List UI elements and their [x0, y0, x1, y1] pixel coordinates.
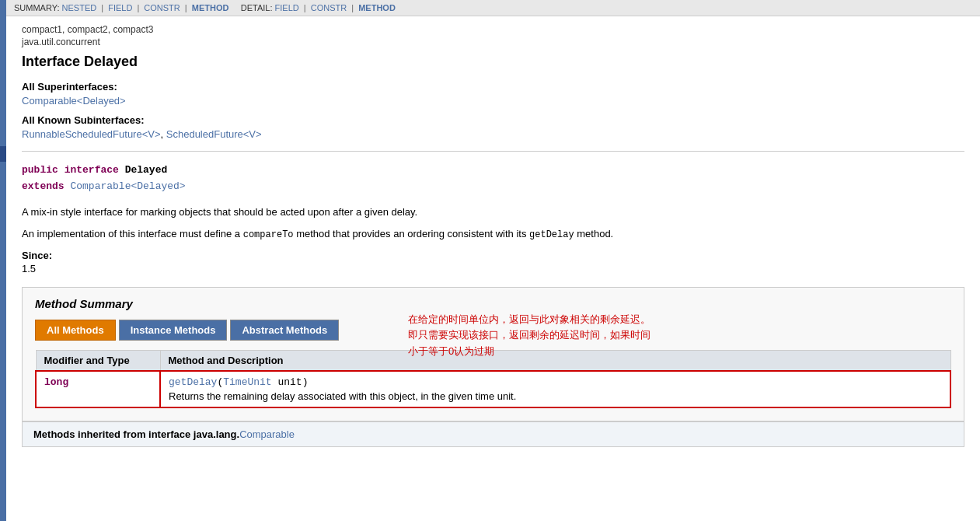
- description-2: An implementation of this interface must…: [22, 226, 964, 243]
- detail-field-link[interactable]: FIELD: [275, 3, 299, 12]
- table-row: long getDelay(TimeUnit unit) Returns the…: [36, 371, 950, 407]
- breadcrumb: compact1, compact2, compact3: [22, 24, 964, 35]
- method-signature: getDelay(TimeUnit unit): [169, 376, 942, 388]
- subinterfaces-links: RunnableScheduledFuture<V>, ScheduledFut…: [22, 128, 262, 140]
- summary-nested-link[interactable]: NESTED: [62, 3, 97, 12]
- summary-method-link[interactable]: METHOD: [192, 3, 229, 12]
- method-tabs-row: All Methods Instance Methods Abstract Me…: [35, 320, 951, 341]
- classname-delayed: Delayed: [125, 164, 168, 176]
- code-declaration: public interface Delayed extends Compara…: [22, 163, 964, 195]
- annotation-line1: 在给定的时间单位内，返回与此对象相关的剩余延迟。: [408, 312, 650, 328]
- inherited-comparable-link[interactable]: Comparable: [239, 428, 295, 440]
- desc2-code1: compareTo: [243, 229, 294, 240]
- detail-constr-link[interactable]: CONSTR: [311, 3, 347, 12]
- summary-constr-link[interactable]: CONSTR: [144, 3, 180, 12]
- summary-label: SUMMARY:: [14, 3, 59, 12]
- tab-instance-methods[interactable]: Instance Methods: [119, 320, 228, 341]
- desc2-code2: getDelay: [529, 229, 574, 240]
- tab-all-methods[interactable]: All Methods: [35, 320, 116, 341]
- inherited-title: Methods inherited from interface java.la…: [33, 428, 239, 440]
- divider: [22, 151, 964, 152]
- col-modifier-type: Modifier and Type: [36, 350, 160, 371]
- param-timeunit-link[interactable]: TimeUnit: [223, 376, 271, 388]
- since-section: Since: 1.5: [22, 250, 964, 274]
- method-cell: getDelay(TimeUnit unit) Returns the rema…: [160, 371, 950, 407]
- package-name: java.util.concurrent: [22, 37, 964, 47]
- method-name-link[interactable]: getDelay: [169, 376, 217, 388]
- subinterface-link-2[interactable]: ScheduledFuture<V>: [166, 128, 262, 140]
- summary-field-link[interactable]: FIELD: [108, 3, 132, 12]
- superinterfaces-link[interactable]: Comparable<Delayed>: [22, 95, 126, 107]
- top-navigation: SUMMARY: NESTED | FIELD | CONSTR | METHO…: [6, 0, 980, 16]
- desc2-prefix: An implementation of this interface must…: [22, 228, 243, 240]
- keyword-interface: interface: [65, 164, 119, 176]
- annotation-line3: 小于等于0认为过期: [408, 344, 650, 360]
- method-summary-box: Method Summary All Methods Instance Meth…: [22, 287, 964, 421]
- annotation-line2: 即只需要实现该接口，返回剩余的延迟时间，如果时间: [408, 327, 650, 344]
- method-description: Returns the remaining delay associated w…: [169, 390, 942, 402]
- detail-label: DETAIL:: [241, 3, 273, 12]
- interface-title: Interface Delayed: [22, 54, 964, 70]
- desc2-suffix: method.: [574, 228, 614, 240]
- keyword-public: public: [22, 164, 58, 176]
- superinterfaces-section: All Superinterfaces: Comparable<Delayed>: [22, 81, 964, 107]
- subinterfaces-label: All Known Subinterfaces:: [22, 114, 964, 126]
- sidebar-marker: [0, 146, 6, 162]
- left-sidebar-bar: [0, 0, 6, 463]
- comparable-link[interactable]: Comparable<Delayed>: [70, 180, 185, 192]
- since-label: Since:: [22, 250, 964, 261]
- method-type-long: long: [36, 371, 160, 407]
- subinterfaces-section: All Known Subinterfaces: RunnableSchedul…: [22, 114, 964, 140]
- subinterface-link-1[interactable]: RunnableScheduledFuture<V>: [22, 128, 161, 140]
- inherited-methods-box: Methods inherited from interface java.la…: [22, 421, 964, 447]
- desc2-middle: method that provides an ordering consist…: [294, 228, 530, 240]
- tab-abstract-methods[interactable]: Abstract Methods: [230, 320, 339, 341]
- method-summary-title: Method Summary: [35, 297, 951, 310]
- since-value: 1.5: [22, 263, 964, 274]
- detail-method-link[interactable]: METHOD: [358, 3, 396, 12]
- keyword-extends: extends: [22, 180, 65, 192]
- description-1: A mix-in style interface for marking obj…: [22, 205, 964, 221]
- superinterfaces-label: All Superinterfaces:: [22, 81, 964, 93]
- annotation-bubble: 在给定的时间单位内，返回与此对象相关的剩余延迟。 即只需要实现该接口，返回剩余的…: [408, 312, 650, 360]
